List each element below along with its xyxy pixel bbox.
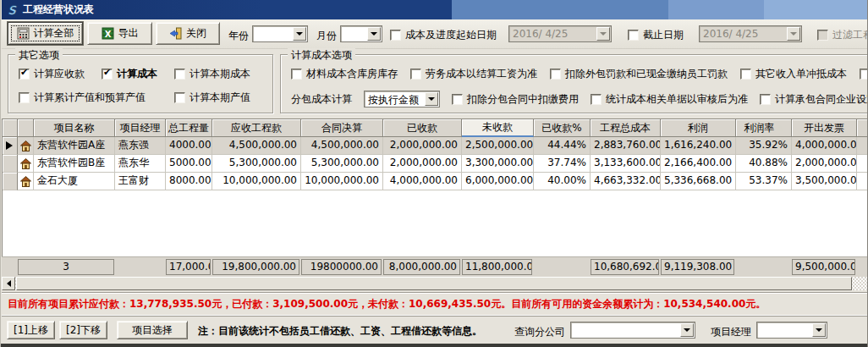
year-dropdown-arrow-icon[interactable]: [293, 27, 306, 41]
cell-r0-c2[interactable]: 4000.00: [166, 137, 212, 155]
checkbox-cost1-0[interactable]: 材料成本含库房库存: [291, 67, 398, 81]
checkbox-box-icon[interactable]: [860, 69, 868, 80]
table-row[interactable]: 东营软件园B座燕东华5000.005,300,000.005,300,000.0…: [3, 155, 868, 173]
cell-r0-c7[interactable]: 44.44%: [534, 137, 591, 155]
cell-r1-c10[interactable]: 40.88%: [736, 155, 792, 173]
column-header-9[interactable]: 利润: [661, 119, 736, 137]
cell-r1-c1[interactable]: 燕东华: [115, 155, 166, 173]
export-button[interactable]: X 导出: [87, 22, 152, 45]
cell-r1-c3[interactable]: 5,300,000.00: [212, 155, 301, 173]
cell-r1-c5[interactable]: 2,000,000.00: [383, 155, 462, 173]
scroll-left-button[interactable]: [2, 277, 15, 290]
year-select[interactable]: [252, 25, 308, 42]
cell-r1-c11[interactable]: 2,000,000.00: [792, 155, 857, 173]
close-button[interactable]: 关闭: [156, 22, 220, 45]
column-header-5[interactable]: 已收款: [383, 119, 462, 137]
cell-r1-c2[interactable]: 5000.00: [166, 155, 212, 173]
checkbox-box-icon[interactable]: [19, 69, 30, 80]
move-up-button[interactable]: [1]上移: [7, 321, 55, 339]
calc-all-button[interactable]: 计算全部: [8, 22, 83, 45]
end-date-dropdown-arrow-icon[interactable]: [787, 27, 800, 41]
column-header-4[interactable]: 合同决算: [301, 119, 383, 137]
column-header-0[interactable]: 项目名称: [34, 119, 115, 137]
project-select-button[interactable]: 项目选择: [117, 321, 188, 339]
manager-dropdown-arrow-icon[interactable]: [812, 323, 826, 337]
checkbox-other-3[interactable]: 计算累计产值和预算产值: [19, 91, 146, 105]
cell-r1-c8[interactable]: 3,133,600.00: [591, 155, 661, 173]
cell-r0-c0[interactable]: 东营软件园A座: [34, 137, 115, 155]
checkbox-cost2-2[interactable]: 计算承包合同企业设定信: [760, 92, 868, 107]
start-date-select[interactable]: 2016/ 4/25: [508, 25, 612, 42]
cell-r2-c8[interactable]: 4,663,332.00: [591, 173, 661, 190]
cell-r1-c4[interactable]: 5,300,000.00: [301, 155, 383, 173]
column-header-8[interactable]: 工程总成本: [591, 119, 661, 137]
cell-r2-c12[interactable]: [857, 173, 868, 190]
cell-r1-c0[interactable]: 东营软件园B座: [34, 155, 115, 173]
cell-r1-c7[interactable]: 37.74%: [534, 155, 591, 173]
cell-r0-c3[interactable]: 4,500,000.00: [212, 137, 301, 155]
horizontal-scrollbar[interactable]: [2, 277, 868, 290]
cell-r2-c9[interactable]: 5,336,668.00: [661, 173, 736, 190]
cell-r2-c2[interactable]: 8000.00: [166, 173, 212, 190]
column-header-6[interactable]: 未收款: [462, 119, 534, 137]
checkbox-box-icon[interactable]: [591, 94, 602, 105]
checkbox-cost1-2[interactable]: 扣除外包罚款和已现金缴纳员工罚款: [550, 67, 728, 81]
move-down-button[interactable]: [2]下移: [59, 321, 107, 339]
cell-r1-c9[interactable]: 2,166,400.00: [661, 155, 736, 173]
checkbox-box-icon[interactable]: [19, 92, 30, 103]
checkbox-cost2-1[interactable]: 统计成本相关单据以审核后为准: [591, 92, 748, 107]
checkbox-box-icon[interactable]: [740, 69, 751, 80]
row-selector-cell[interactable]: [3, 137, 18, 155]
manager-select[interactable]: [756, 322, 827, 339]
cell-r2-c1[interactable]: 王富财: [115, 173, 166, 190]
table-row[interactable]: 金石大厦王富财8000.0010,000,000.0010,000,000.00…: [3, 173, 868, 190]
column-header-1[interactable]: 项目经理: [115, 119, 166, 137]
checkbox-other-1[interactable]: 计算成本: [102, 67, 157, 81]
cell-r0-c8[interactable]: 2,883,760.00: [591, 137, 661, 155]
cell-r0-c10[interactable]: 35.92%: [736, 137, 792, 155]
checkbox-cost1-4[interactable]: [860, 69, 868, 80]
cell-r0-c5[interactable]: 2,000,000.00: [383, 137, 462, 155]
checkbox-other-0[interactable]: 计算应收款: [19, 67, 85, 81]
column-header-10[interactable]: 利润率△: [736, 119, 792, 137]
checkbox-box-icon[interactable]: [550, 69, 561, 80]
end-date-select[interactable]: 2016/ 4/25: [699, 25, 802, 42]
row-selector-cell[interactable]: [3, 173, 18, 190]
cell-r2-c5[interactable]: 4,000,000.00: [383, 173, 462, 190]
cell-r2-c0[interactable]: 金石大厦: [34, 173, 115, 190]
cell-r0-c6[interactable]: 2,500,000.00: [462, 137, 534, 155]
cell-r2-c6[interactable]: 6,000,000.00: [462, 173, 534, 190]
cell-r0-c4[interactable]: 4,500,000.00: [301, 137, 383, 155]
checkbox-box-icon[interactable]: [291, 69, 302, 80]
checkbox-box-icon[interactable]: [410, 69, 421, 80]
checkbox-cost1-3[interactable]: 其它收入单冲抵成本: [740, 67, 847, 81]
checkbox-box-icon[interactable]: [174, 92, 185, 103]
start-date-dropdown-arrow-icon[interactable]: [596, 27, 610, 41]
cell-r2-c4[interactable]: 10,000,000.00: [301, 173, 383, 190]
cell-r2-c7[interactable]: 40.00%: [534, 173, 591, 190]
column-header-12[interactable]: 应: [857, 119, 868, 137]
checkbox-box-icon[interactable]: [102, 69, 113, 80]
checkbox-box-icon[interactable]: [760, 94, 771, 105]
cell-r0-c11[interactable]: 4,000,000.00: [792, 137, 857, 155]
cell-r2-c10[interactable]: 53.37%: [736, 173, 792, 190]
checkbox-box-icon[interactable]: [174, 69, 185, 80]
scrollbar-thumb[interactable]: [16, 277, 852, 290]
month-select[interactable]: [340, 25, 382, 42]
column-header-7[interactable]: 已收款%: [534, 119, 591, 137]
column-header-2[interactable]: 总工程量: [166, 119, 212, 137]
start-date-checkbox[interactable]: 成本及进度起始日期: [390, 28, 497, 42]
cell-r1-c6[interactable]: 3,300,000.00: [462, 155, 534, 173]
checkbox-box-icon[interactable]: [452, 94, 463, 105]
cell-r2-c3[interactable]: 10,000,000.00: [212, 173, 301, 190]
subcontract-method-select[interactable]: 按执行金额: [364, 91, 440, 107]
subcontract-dropdown-arrow-icon[interactable]: [425, 92, 438, 106]
month-dropdown-arrow-icon[interactable]: [367, 27, 381, 41]
cell-r0-c12[interactable]: [857, 137, 868, 155]
branch-dropdown-arrow-icon[interactable]: [680, 323, 694, 337]
column-header-11[interactable]: 开出发票: [792, 119, 857, 137]
checkbox-other-2[interactable]: 计算本期成本: [174, 67, 250, 81]
cell-r0-c1[interactable]: 燕东强: [115, 137, 166, 155]
table-row[interactable]: 东营软件园A座燕东强4000.004,500,000.004,500,000.0…: [3, 137, 868, 155]
cell-r0-c9[interactable]: 1,616,240.00: [661, 137, 736, 155]
